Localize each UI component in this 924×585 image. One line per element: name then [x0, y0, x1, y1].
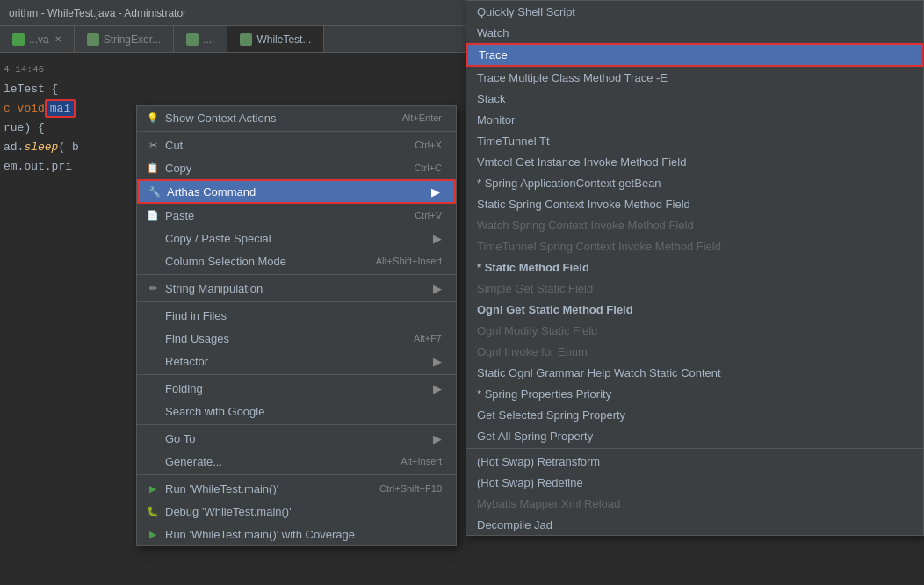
cmr-ognl-modify: Ognl Modify Static Field — [466, 320, 923, 341]
copy-icon: 📋 — [146, 161, 160, 175]
cmr-simple-get-static: Simple Get Static Field — [466, 278, 923, 299]
tab-label: ...va — [29, 33, 49, 46]
lightbulb-icon: 💡 — [146, 111, 160, 125]
cm-go-to[interactable]: Go To ▶ — [137, 427, 456, 450]
cmr-timetunnel[interactable]: TimeTunnel Tt — [466, 130, 923, 151]
code-kw-1: c void — [4, 102, 45, 115]
cm-find-in-files[interactable]: Find in Files — [137, 304, 456, 327]
cm-debug-whiletest[interactable]: 🐛 Debug 'WhileTest.main()' — [137, 500, 456, 523]
copy-paste-icon — [146, 231, 160, 245]
cmr-monitor[interactable]: Monitor — [466, 109, 923, 130]
code-text-4b: ( b — [58, 141, 78, 154]
cmr-trace-multiple[interactable]: Trace Multiple Class Method Trace -E — [466, 67, 923, 88]
goto-arrow-icon: ▶ — [433, 432, 442, 445]
cmr-spring-props-priority[interactable]: * Spring Properties Priority — [466, 383, 923, 404]
code-text-1: leTest { — [4, 83, 58, 96]
code-line-1: leTest { — [4, 79, 462, 98]
code-pri: .pri — [45, 160, 72, 173]
java-icon4 — [240, 33, 252, 46]
tab-whiletest[interactable]: WhileTest... — [227, 26, 324, 52]
cmr-timetunnel-spring: TimeTunnel Spring Context Invoke Method … — [466, 235, 923, 256]
cm-arthas-command[interactable]: 🔧 Arthas Command ▶ — [137, 179, 456, 204]
cm-find-usages[interactable]: Find Usages Alt+F7 — [137, 327, 456, 350]
generate-icon — [146, 454, 160, 468]
separator-2 — [137, 274, 456, 275]
string-icon: ✏ — [146, 281, 160, 295]
arthas-arrow-icon: ▶ — [431, 185, 440, 199]
code-out: out — [24, 160, 44, 173]
cmr-decompile-jad[interactable]: Decompile Jad — [466, 514, 923, 535]
context-menu-left: 💡 Show Context Actions Alt+Enter ✂ Cut C… — [136, 105, 457, 546]
column-icon — [146, 254, 160, 268]
cmr-ognl-invoke-enum: Ognl Invoke for Enum — [466, 341, 923, 362]
cmr-static-spring[interactable]: Static Spring Context Invoke Method Fiel… — [466, 193, 923, 214]
cmr-ognl-get-static[interactable]: Ognl Get Static Method Field — [466, 299, 923, 320]
separator-6 — [137, 474, 456, 475]
cmr-static-method-field-header: * Static Method Field — [466, 256, 923, 278]
cm-copy-paste-special[interactable]: Copy / Paste Special ▶ — [137, 227, 456, 249]
google-icon — [146, 404, 160, 418]
cut-icon: ✂ — [146, 138, 160, 152]
tab-java[interactable]: ...va ✕ — [0, 26, 75, 52]
folding-arrow-icon: ▶ — [433, 382, 442, 395]
cmr-static-ognl-grammar[interactable]: Static Ognl Grammar Help Watch Static Co… — [466, 362, 923, 383]
code-text-3: rue) { — [4, 121, 45, 134]
code-text-5: em. — [4, 160, 24, 173]
cmr-get-all-spring[interactable]: Get All Spring Property — [466, 425, 923, 446]
code-highlight-main: mai — [45, 99, 76, 118]
find-usages-icon — [146, 331, 160, 345]
cm-search-google[interactable]: Search with Google — [137, 400, 456, 422]
separator-4 — [137, 374, 456, 375]
tab-label4: WhileTest... — [256, 33, 311, 46]
cm-column-selection[interactable]: Column Selection Mode Alt+Shift+Insert — [137, 249, 456, 272]
cm-folding[interactable]: Folding ▶ — [137, 377, 456, 400]
arthas-submenu: Quickly Shell Script Watch Trace Trace M… — [466, 0, 924, 536]
tab-dots[interactable]: .... — [174, 26, 227, 52]
cmr-get-selected-spring[interactable]: Get Selected Spring Property — [466, 404, 923, 425]
cmr-watch[interactable]: Watch — [466, 22, 923, 43]
cm-run-whiletest[interactable]: ▶ Run 'WhileTest.main()' Ctrl+Shift+F10 — [137, 477, 456, 500]
goto-icon — [146, 431, 160, 445]
cmr-vmtool[interactable]: Vmtool Get Instance Invoke Method Field — [466, 151, 923, 172]
java-icon2 — [87, 33, 99, 46]
cm-copy[interactable]: 📋 Copy Ctrl+C — [137, 156, 456, 179]
tab-label3: .... — [203, 33, 214, 46]
debug-icon: 🐛 — [146, 504, 160, 518]
cm-show-context[interactable]: 💡 Show Context Actions Alt+Enter — [137, 106, 456, 129]
string-arrow-icon: ▶ — [433, 282, 442, 295]
close-icon[interactable]: ✕ — [54, 34, 61, 44]
cmr-trace[interactable]: Trace — [466, 43, 923, 67]
find-icon — [146, 308, 160, 322]
cmr-spring-app-context[interactable]: * Spring ApplicationContext getBean — [466, 172, 923, 193]
cmr-mybatis-mapper: Mybatis Mapper Xml Reload — [466, 493, 923, 514]
code-line-timestamp: 4 14:46 — [4, 60, 462, 79]
cmr-hot-swap-redefine[interactable]: (Hot Swap) Redefine — [466, 472, 923, 493]
separator-3 — [137, 301, 456, 302]
cm-cut[interactable]: ✂ Cut Ctrl+X — [137, 134, 456, 156]
cm-generate[interactable]: Generate... Alt+Insert — [137, 450, 456, 473]
code-sleep: sleep — [24, 141, 58, 154]
cm-run-coverage[interactable]: ▶ Run 'WhileTest.main()' with Coverage — [137, 523, 456, 545]
java-icon — [12, 33, 25, 46]
cmr-watch-spring: Watch Spring Context Invoke Method Field — [466, 214, 923, 235]
refactor-arrow-icon: ▶ — [433, 355, 442, 368]
cmr-hot-swap-retransform[interactable]: (Hot Swap) Retransform — [466, 451, 923, 472]
cm-string-manipulation[interactable]: ✏ String Manipulation ▶ — [137, 277, 456, 300]
copy-paste-arrow-icon: ▶ — [433, 232, 442, 245]
cmr-quickly-shell[interactable]: Quickly Shell Script — [466, 1, 923, 22]
tab-label2: StringExer... — [104, 33, 161, 46]
coverage-icon: ▶ — [146, 527, 160, 541]
timestamp-text: 4 14:46 — [4, 64, 44, 75]
folding-icon — [146, 381, 160, 395]
cm-paste[interactable]: 📄 Paste Ctrl+V — [137, 204, 456, 227]
tab-stringexer[interactable]: StringExer... — [75, 26, 174, 52]
title-text: orithm - WhileTest.java - Administrator — [9, 7, 186, 19]
paste-icon: 📄 — [146, 208, 160, 222]
code-text-4: ad. — [4, 141, 24, 154]
separator-1 — [137, 131, 456, 132]
run-icon: ▶ — [146, 481, 160, 495]
java-icon3 — [186, 33, 199, 46]
cm-refactor[interactable]: Refactor ▶ — [137, 350, 456, 372]
cmr-stack[interactable]: Stack — [466, 88, 923, 109]
separator-5 — [137, 424, 456, 425]
